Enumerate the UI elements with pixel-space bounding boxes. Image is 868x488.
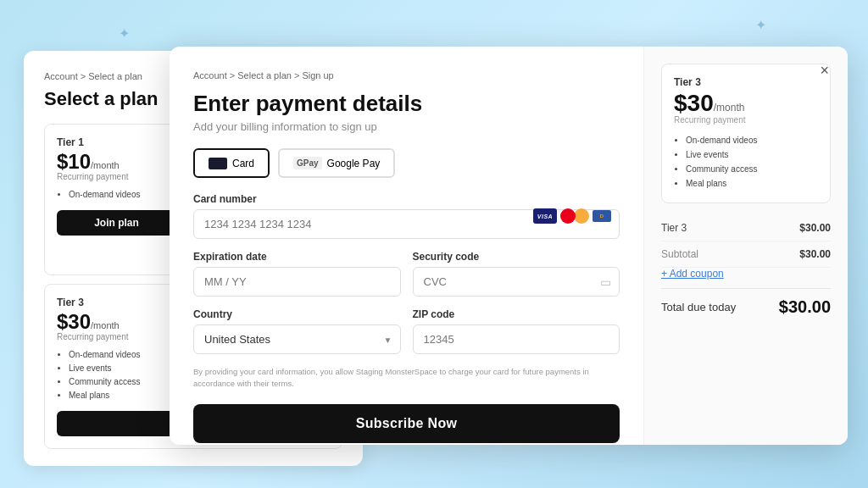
consent-text: By providing your card information, you … bbox=[193, 366, 620, 391]
gpay-icon: GPay bbox=[293, 157, 322, 169]
country-wrapper: United States Canada United Kingdom Aust… bbox=[193, 324, 401, 354]
visa-logo: VISA bbox=[533, 208, 557, 224]
gpay-method-button[interactable]: GPay Google Pay bbox=[278, 148, 395, 178]
payment-methods-row: Card GPay Google Pay bbox=[193, 148, 620, 178]
country-zip-row: Country United States Canada United King… bbox=[193, 308, 620, 354]
gpay-method-label: Google Pay bbox=[327, 158, 381, 169]
subtotal-label: Subtotal bbox=[661, 248, 698, 260]
total-due-amount: $30.00 bbox=[779, 297, 831, 317]
modal-subtitle: Add your billing information to sign up bbox=[193, 120, 620, 133]
order-line-amount: $30.00 bbox=[799, 222, 831, 234]
card-number-label: Card number bbox=[193, 193, 620, 205]
add-coupon-link[interactable]: + Add coupon bbox=[661, 268, 831, 280]
tier-summary-features: On-demand videos Live events Community a… bbox=[674, 133, 818, 191]
zip-col: ZIP code bbox=[413, 308, 620, 354]
modal-title: Enter payment details bbox=[193, 91, 620, 117]
security-col: Security code ▭ bbox=[413, 251, 620, 297]
bg-star-3: ✦ bbox=[755, 17, 766, 33]
subtotal-amount: $30.00 bbox=[799, 248, 831, 260]
security-input-wrapper: ▭ bbox=[413, 267, 620, 297]
plan-card-tier1: Tier 1 $10/month Recurring payment On-de… bbox=[44, 124, 189, 275]
country-col: Country United States Canada United King… bbox=[193, 308, 401, 354]
summary-feature-2: Live events bbox=[686, 147, 818, 162]
tier-summary-recurring: Recurring payment bbox=[674, 115, 818, 125]
tier-summary-card: Tier 3 $30/month Recurring payment On-de… bbox=[661, 64, 831, 203]
subscribe-button[interactable]: Subscribe Now bbox=[193, 404, 620, 443]
total-due-label: Total due today bbox=[661, 301, 736, 313]
tier-summary-label: Tier 3 bbox=[674, 76, 818, 88]
card-method-label: Card bbox=[232, 158, 254, 169]
expiry-input[interactable] bbox=[193, 267, 401, 297]
zip-input[interactable] bbox=[413, 324, 620, 354]
country-label: Country bbox=[193, 308, 401, 320]
order-summary-sidebar: Tier 3 $30/month Recurring payment On-de… bbox=[644, 47, 848, 445]
tier-summary-price: $30/month bbox=[674, 92, 818, 115]
security-input[interactable] bbox=[413, 267, 620, 297]
summary-feature-3: Community access bbox=[686, 162, 818, 176]
tier1-feature-1: On-demand videos bbox=[69, 188, 176, 202]
card-method-button[interactable]: Card bbox=[193, 148, 270, 178]
card-icon bbox=[209, 158, 227, 169]
discover-logo: D bbox=[593, 210, 611, 222]
mastercard-right bbox=[574, 208, 589, 224]
payment-main-section: Account > Select a plan > Sign up Enter … bbox=[170, 47, 644, 445]
zip-label: ZIP code bbox=[413, 308, 620, 320]
expiry-security-row: Expiration date Security code ▭ bbox=[193, 251, 620, 297]
card-number-field-wrapper: Card number VISA D bbox=[193, 193, 620, 239]
bg-star-1: ✦ bbox=[119, 25, 130, 42]
country-select[interactable]: United States Canada United Kingdom Aust… bbox=[193, 324, 401, 354]
tier1-recurring: Recurring payment bbox=[57, 172, 176, 181]
order-line-label: Tier 3 bbox=[661, 222, 687, 234]
security-label: Security code bbox=[413, 251, 620, 263]
expiry-label: Expiration date bbox=[193, 251, 401, 263]
order-subtotal-line: Subtotal $30.00 bbox=[661, 241, 831, 268]
modal-breadcrumb: Account > Select a plan > Sign up bbox=[193, 70, 620, 80]
summary-feature-4: Meal plans bbox=[686, 176, 818, 191]
expiry-col: Expiration date bbox=[193, 251, 401, 297]
order-line-tier3: Tier 3 $30.00 bbox=[661, 215, 831, 241]
total-due-row: Total due today $30.00 bbox=[661, 288, 831, 317]
tier1-features: On-demand videos bbox=[57, 188, 176, 202]
cvv-info-icon: ▭ bbox=[600, 275, 611, 289]
tier1-label: Tier 1 bbox=[57, 136, 176, 148]
card-logos: VISA D bbox=[533, 208, 611, 224]
payment-modal: Account > Select a plan > Sign up Enter … bbox=[170, 47, 848, 445]
tier1-join-button[interactable]: Join plan bbox=[57, 210, 176, 236]
tier1-price: $10/month bbox=[57, 152, 176, 172]
modal-close-button[interactable]: × bbox=[813, 58, 836, 83]
mastercard-left bbox=[560, 208, 576, 224]
summary-feature-1: On-demand videos bbox=[686, 133, 818, 147]
